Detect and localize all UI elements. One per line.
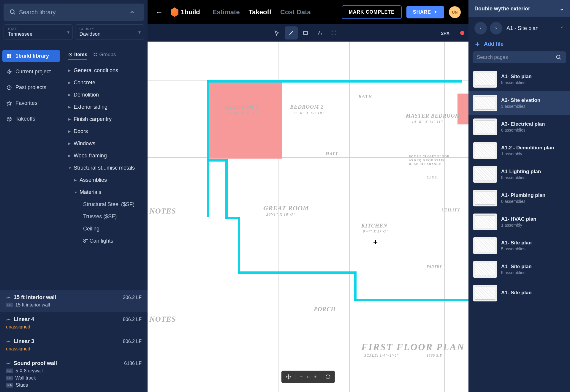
tree-concrete[interactable]: ▶Concrete xyxy=(68,77,144,89)
tree-ceiling[interactable]: Ceiling xyxy=(68,223,144,235)
takeoff-item[interactable]: Sound proof wall6186 LFSF5 X 8 drywallLF… xyxy=(0,356,148,392)
takeoff-qty: 6186 LF xyxy=(124,361,142,366)
room-dim: 26'-1" X 18'-7" xyxy=(266,212,296,217)
svg-marker-6 xyxy=(7,69,11,74)
tree-finish[interactable]: ▶Finish carpentry xyxy=(68,113,144,125)
page-item[interactable]: A1- Site plan5 assemblies xyxy=(468,67,570,91)
tree-assemblies[interactable]: ▶Assemblies xyxy=(68,174,144,186)
avatar[interactable]: UN xyxy=(449,6,461,18)
tree-canlights[interactable]: 8" Can lights xyxy=(68,235,144,247)
tab-cost[interactable]: Cost Data xyxy=(280,8,311,16)
back-arrow-icon[interactable]: ← xyxy=(155,8,163,17)
zoom-out-button[interactable]: − xyxy=(300,374,303,380)
tab-groups[interactable]: Groups xyxy=(93,50,116,60)
takeoff-item[interactable]: 15 ft interior wall206.2 LFLF15 ft inter… xyxy=(0,290,148,312)
tree-trusses[interactable]: Trusses ($SF) xyxy=(68,211,144,223)
takeoff-item[interactable]: Linear 3806.2 LFunassigned xyxy=(0,334,148,356)
search-input[interactable] xyxy=(19,9,129,16)
room-dim: 11'-0" X 10'-10" xyxy=(228,110,259,115)
brand-text: 1build xyxy=(181,8,200,16)
page-search-input[interactable] xyxy=(477,54,556,60)
room-label: MASTER BEDROOM xyxy=(406,113,460,119)
next-page-button[interactable]: › xyxy=(490,22,502,34)
nav-favorites[interactable]: Favorites xyxy=(2,97,60,109)
prev-page-button[interactable]: ‹ xyxy=(474,22,487,34)
chevron-down-icon: ⌄ xyxy=(560,5,564,12)
takeoff-list: 15 ft interior wall206.2 LFLF15 ft inter… xyxy=(0,290,148,392)
tree-materials[interactable]: ▼Materials xyxy=(68,186,144,198)
svg-point-0 xyxy=(10,10,14,14)
assembly-label: Double wythe exterior xyxy=(474,6,530,12)
fullscreen-tool[interactable] xyxy=(327,26,341,39)
svg-line-25 xyxy=(560,58,561,59)
pan-button[interactable] xyxy=(285,374,291,380)
share-button[interactable]: SHARE xyxy=(406,6,444,18)
page-item[interactable]: A1-Lighting plan5 assemblies xyxy=(468,162,570,186)
drawing-canvas[interactable]: BEDROOM 3 11'-0" X 10'-10" BEDROOM 2 11'… xyxy=(148,42,468,392)
nav-library[interactable]: 1build library xyxy=(2,50,60,62)
tab-takeoff[interactable]: Takeoff xyxy=(249,8,272,16)
page-item-sub: 1 assembly xyxy=(501,151,565,156)
cursor-tool[interactable] xyxy=(270,26,284,39)
add-file-button[interactable]: Add file xyxy=(468,39,570,51)
tree-steel[interactable]: Structural Steel ($SF) xyxy=(68,198,144,211)
room-label: HALL xyxy=(326,151,339,157)
nav-current[interactable]: Current project xyxy=(2,66,60,78)
svg-rect-14 xyxy=(96,55,97,56)
chevron-up-icon[interactable] xyxy=(129,9,135,15)
room-label: GREAT ROOM xyxy=(263,204,309,212)
page-item[interactable]: A1- Site plan xyxy=(468,281,570,305)
line-tool[interactable] xyxy=(285,26,298,39)
page-item[interactable]: A3- Electrical plan0 assemblies xyxy=(468,115,570,139)
assembly-select[interactable]: Double wythe exterior ⌄ xyxy=(468,0,570,17)
page-item[interactable]: A1.2 - Demolition plan1 assembly xyxy=(468,139,570,162)
tree-structural[interactable]: ▼Structural st...misc metals xyxy=(68,162,144,174)
tree-exterior[interactable]: ▶Exterior siding xyxy=(68,101,144,113)
tree-windows[interactable]: ▶Windows xyxy=(68,137,144,150)
county-select[interactable]: COUNTY Davidson ▾ xyxy=(75,24,144,40)
rectangle-tool[interactable] xyxy=(299,26,312,39)
takeoff-sub: SF5 X 8 drywall xyxy=(6,368,142,374)
tab-estimate[interactable]: Estimate xyxy=(213,8,240,16)
top-bar: ← 1build Estimate Takeoff Cost Data MARK… xyxy=(148,0,468,24)
color-swatch[interactable] xyxy=(460,31,464,35)
room-label: UTILITY xyxy=(441,208,460,213)
page-item[interactable]: A1- Site plan5 assemblies xyxy=(468,234,570,257)
star-icon xyxy=(7,101,12,106)
nav-takeoffs[interactable]: Takeoffs xyxy=(2,113,60,125)
tab-items[interactable]: Items xyxy=(68,50,87,60)
mark-complete-button[interactable]: MARK COMPLETE xyxy=(342,5,402,19)
tree-wood[interactable]: ▶Wood framing xyxy=(68,150,144,162)
zoom-fit-button[interactable]: ○ xyxy=(307,374,310,380)
plan-scale: SCALE: 1/4"=1'-0" xyxy=(364,353,399,358)
tree-doors[interactable]: ▶Doors xyxy=(68,125,144,137)
brand-icon xyxy=(171,7,178,17)
reset-button[interactable] xyxy=(325,374,331,380)
tree-general[interactable]: ▶General conditions xyxy=(68,64,144,77)
takeoff-sub: LFWall track xyxy=(6,375,142,381)
unit-badge: EA xyxy=(6,383,13,388)
svg-line-1 xyxy=(14,13,15,15)
chevron-down-icon: ▾ xyxy=(67,29,69,35)
page-item-title: A1- Site plan xyxy=(501,74,565,80)
page-item[interactable]: A1- HVAC plan1 assembly xyxy=(468,210,570,234)
nav-past[interactable]: Past projects xyxy=(2,81,60,94)
page-item[interactable]: A1- Plumbing plan0 assemblies xyxy=(468,186,570,210)
minus-icon[interactable] xyxy=(452,31,457,35)
room-dim: 11'-0" X 10'-10" xyxy=(293,110,324,115)
page-item[interactable]: A2- Site elvation3 assemblies xyxy=(468,91,570,115)
state-select[interactable]: STATE Tennessee ▾ xyxy=(4,24,73,40)
tree-demolition[interactable]: ▶Demolition xyxy=(68,89,144,101)
crosshair-cursor: + xyxy=(373,238,378,247)
zoom-in-button[interactable]: + xyxy=(314,374,316,380)
county-label: COUNTY xyxy=(80,27,140,31)
toolbar: 2PX xyxy=(148,24,468,42)
takeoff-item[interactable]: Linear 4806.2 LFunassigned xyxy=(0,312,148,334)
search-bar[interactable] xyxy=(4,4,144,21)
svg-rect-4 xyxy=(7,56,9,58)
page-search[interactable] xyxy=(473,51,566,63)
page-item[interactable]: A1- Site plan5 assemblies xyxy=(468,257,570,281)
chevron-up-icon[interactable]: ⌃ xyxy=(560,26,564,31)
points-tool[interactable] xyxy=(313,26,326,39)
page-thumbnail xyxy=(473,118,497,135)
